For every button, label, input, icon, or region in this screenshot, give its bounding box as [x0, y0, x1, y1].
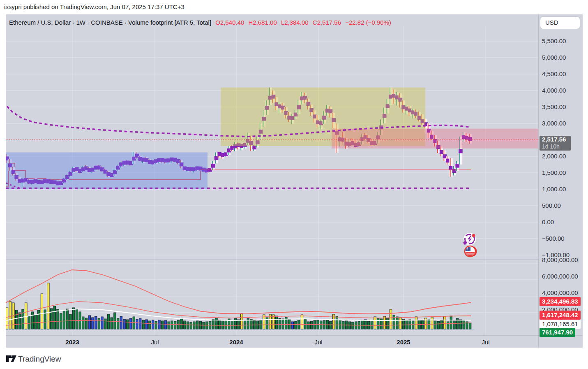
volume-bar[interactable]: [190, 322, 192, 329]
volume-bar[interactable]: [88, 316, 90, 329]
volume-bar[interactable]: [57, 309, 59, 329]
volume-bar[interactable]: [450, 316, 452, 329]
volume-bar[interactable]: [41, 294, 43, 329]
volume-bar[interactable]: [63, 311, 65, 329]
volume-bar[interactable]: [104, 319, 106, 329]
volume-bar[interactable]: [231, 320, 233, 329]
volume-bar[interactable]: [174, 321, 176, 329]
volume-bar[interactable]: [219, 320, 221, 329]
volume-bar[interactable]: [133, 317, 135, 329]
volume-bar[interactable]: [295, 321, 297, 329]
volume-bar[interactable]: [187, 322, 189, 329]
volume-bar[interactable]: [28, 316, 30, 329]
volume-bar[interactable]: [114, 313, 116, 329]
volume-bar[interactable]: [168, 322, 170, 329]
volume-bar[interactable]: [38, 310, 40, 329]
volume-bar[interactable]: [145, 320, 148, 329]
volume-bar[interactable]: [221, 321, 224, 329]
volume-bar[interactable]: [463, 320, 465, 329]
volume-bars-layer[interactable]: [6, 283, 471, 329]
volume-bar[interactable]: [453, 321, 455, 329]
volume-bar[interactable]: [390, 309, 392, 329]
volume-bar[interactable]: [164, 320, 166, 329]
volume-bar[interactable]: [352, 322, 354, 329]
ai-spark-event-icon[interactable]: [462, 232, 476, 246]
volume-bar[interactable]: [152, 320, 154, 329]
volume-bar[interactable]: [129, 318, 131, 329]
time-axis[interactable]: 2023Jul2024Jul2025Jul: [6, 335, 582, 348]
volume-bar[interactable]: [76, 309, 78, 329]
volume-bar[interactable]: [307, 322, 309, 329]
volume-bar[interactable]: [203, 322, 205, 329]
volume-bar[interactable]: [241, 313, 243, 329]
volume-bar[interactable]: [396, 317, 398, 329]
volume-bar[interactable]: [158, 320, 160, 329]
price-chart[interactable]: [6, 14, 582, 348]
volume-bar[interactable]: [101, 317, 103, 329]
volume-bar[interactable]: [301, 315, 303, 329]
tradingview-watermark[interactable]: TradingView: [18, 355, 61, 364]
volume-bar[interactable]: [279, 318, 281, 329]
volume-bar[interactable]: [399, 318, 401, 329]
volume-bar[interactable]: [6, 308, 8, 329]
volume-bar[interactable]: [136, 319, 138, 329]
volume-bar[interactable]: [437, 321, 439, 329]
volume-bar[interactable]: [92, 318, 94, 329]
volume-bar[interactable]: [139, 318, 141, 329]
volume-bar[interactable]: [31, 312, 33, 329]
volume-bar[interactable]: [336, 316, 338, 329]
chart-widget[interactable]: Ethereum / U.S. Dollar · 1W · COINBASE ·…: [6, 14, 582, 348]
volume-bar[interactable]: [120, 316, 122, 329]
pane-divider[interactable]: [6, 259, 582, 260]
volume-bar[interactable]: [107, 314, 109, 329]
volume-bar[interactable]: [180, 318, 182, 329]
volume-bar[interactable]: [193, 322, 195, 329]
volume-bar[interactable]: [35, 315, 37, 329]
volume-bar[interactable]: [409, 320, 411, 329]
volume-bar[interactable]: [291, 322, 293, 329]
volume-bar[interactable]: [250, 319, 252, 329]
volume-bar[interactable]: [310, 321, 312, 329]
volume-bar[interactable]: [18, 313, 21, 329]
volume-bar[interactable]: [330, 321, 332, 329]
us-economic-event-icon[interactable]: [465, 246, 476, 257]
volume-bar[interactable]: [117, 318, 119, 329]
volume-bar[interactable]: [98, 318, 100, 329]
volume-bar[interactable]: [155, 321, 157, 329]
volume-bar[interactable]: [15, 310, 17, 329]
volume-bar[interactable]: [361, 320, 363, 329]
volume-bar[interactable]: [434, 321, 436, 329]
volume-bar[interactable]: [212, 319, 214, 329]
volume-bar[interactable]: [444, 316, 446, 329]
volume-bar[interactable]: [161, 321, 164, 329]
volume-bar[interactable]: [431, 317, 433, 329]
volume-bar[interactable]: [225, 320, 227, 329]
volume-bar[interactable]: [469, 323, 471, 329]
volume-bar[interactable]: [171, 321, 173, 329]
volume-bar[interactable]: [123, 319, 125, 329]
volume-bar[interactable]: [364, 320, 367, 329]
volume-bar[interactable]: [374, 317, 376, 329]
volume-bar[interactable]: [111, 318, 113, 329]
volume-bar[interactable]: [440, 320, 443, 329]
volume-bar[interactable]: [69, 314, 71, 329]
volume-bar[interactable]: [82, 317, 84, 329]
currency-button[interactable]: USD: [540, 17, 580, 29]
volume-bar[interactable]: [402, 319, 404, 329]
volume-bar[interactable]: [276, 316, 278, 329]
tradingview-logo-icon[interactable]: [6, 355, 17, 363]
volume-bar[interactable]: [415, 317, 417, 329]
volume-bar[interactable]: [53, 306, 55, 329]
volume-bar[interactable]: [393, 315, 395, 329]
volume-bar[interactable]: [22, 309, 24, 329]
volume-bar[interactable]: [447, 322, 449, 329]
volume-bar[interactable]: [371, 321, 373, 329]
volume-bar[interactable]: [95, 316, 97, 329]
volume-bar[interactable]: [238, 320, 240, 329]
volume-bar[interactable]: [339, 320, 341, 329]
volume-bar[interactable]: [72, 308, 74, 329]
volume-bar[interactable]: [383, 316, 385, 329]
volume-bar[interactable]: [127, 320, 129, 329]
volume-bar[interactable]: [149, 321, 151, 329]
volume-bar[interactable]: [85, 318, 87, 329]
